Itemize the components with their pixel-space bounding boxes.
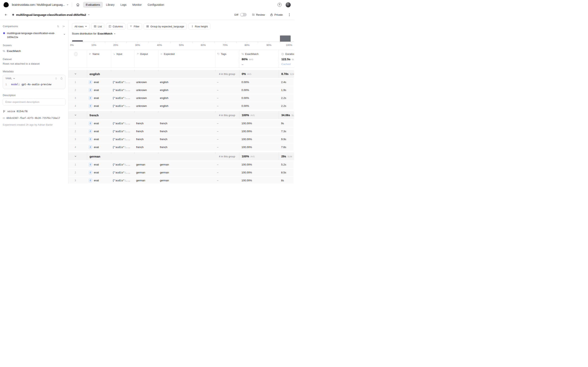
avatar[interactable] bbox=[285, 2, 291, 8]
scorer-item[interactable]: % ExactMatch bbox=[3, 50, 65, 52]
collapse-panel-icon[interactable] bbox=[63, 25, 65, 28]
row-tags: – bbox=[215, 146, 218, 149]
tab-monitor[interactable]: Monitor bbox=[130, 2, 144, 8]
axis-label: 0% bbox=[70, 44, 74, 47]
table-row[interactable]: 4 eval {"audio":... unknown english – 0.… bbox=[68, 102, 294, 109]
list-icon bbox=[94, 25, 97, 28]
table-row[interactable]: 3 eval {"audio":... unknown english – 0.… bbox=[68, 94, 294, 102]
title-dropdown[interactable] bbox=[88, 14, 90, 16]
comparison-dot-icon bbox=[3, 32, 5, 34]
row-score: 100.00% bbox=[239, 122, 252, 125]
columns-button[interactable]: Columns bbox=[106, 23, 125, 30]
group-header-row-english[interactable]: english 4 in this group 0%AVG 8.78sSUM bbox=[68, 70, 294, 78]
chevron-down-icon[interactable] bbox=[74, 155, 77, 158]
row-height-icon bbox=[191, 25, 194, 28]
axis-tick bbox=[138, 42, 138, 43]
score-distribution-header[interactable]: Score distribution for ExactMatch bbox=[72, 32, 294, 35]
group-header-row-german[interactable]: german 4 in this group 100%AVG 29sSUM bbox=[68, 152, 294, 160]
more-menu-button[interactable] bbox=[288, 12, 291, 17]
eval-chip bbox=[89, 80, 92, 84]
tab-library[interactable]: Library bbox=[103, 2, 117, 8]
table-row[interactable]: 3 eval {"audio":... german german – 100.… bbox=[68, 177, 294, 184]
diff-toggle[interactable] bbox=[240, 13, 247, 17]
axis-tick bbox=[247, 42, 247, 43]
row-height-button[interactable]: Row height bbox=[188, 23, 210, 30]
axis-tick bbox=[225, 42, 225, 43]
created-note: Experiment created 2h ago by Adrian Barb… bbox=[3, 123, 65, 126]
row-output: unknown bbox=[134, 97, 147, 100]
eval-chip bbox=[89, 179, 92, 182]
axis-tick bbox=[258, 42, 258, 43]
home-button[interactable] bbox=[75, 2, 81, 8]
row-height-label: Row height bbox=[195, 25, 208, 28]
comparison-dropdown[interactable] bbox=[63, 31, 65, 35]
git-branch-row[interactable]: voice 0154cf8 bbox=[3, 110, 65, 113]
column-header-input[interactable]: Input bbox=[111, 50, 134, 56]
table-row[interactable]: 2 eval {"audio":... german german – 100.… bbox=[68, 169, 294, 176]
table-row[interactable]: 1 eval {"audio":... french french – 100.… bbox=[68, 120, 294, 127]
description-input[interactable] bbox=[3, 98, 65, 105]
yaml-format-selector[interactable]: YAML bbox=[5, 77, 15, 80]
row-output: french bbox=[134, 138, 144, 141]
sort-arrows-icon[interactable] bbox=[57, 25, 59, 28]
lightning-icon bbox=[89, 89, 91, 91]
column-header-name[interactable]: Name bbox=[87, 50, 111, 56]
help-button[interactable]: ? bbox=[278, 3, 282, 7]
metadata-code-line[interactable]: 1 model: gpt-4o-audio-preview bbox=[5, 83, 63, 86]
row-input: {"audio":... bbox=[111, 122, 130, 125]
select-all-checkbox[interactable] bbox=[74, 52, 77, 56]
collapse-code-icon[interactable] bbox=[55, 77, 58, 80]
axis-label: 100% bbox=[286, 44, 292, 47]
group-header-row-french[interactable]: french 4 in this group 100%AVG 34.06sSUM bbox=[68, 111, 294, 119]
copy-icon[interactable] bbox=[60, 77, 63, 80]
column-header-output[interactable]: Output bbox=[135, 50, 158, 56]
experiment-header: multilingual-language-classification-eva… bbox=[0, 9, 294, 20]
column-header-duration[interactable]: Duration bbox=[279, 50, 294, 56]
row-name: eval bbox=[94, 130, 99, 133]
back-button[interactable] bbox=[3, 12, 9, 17]
row-input: {"audio":... bbox=[111, 81, 130, 84]
column-header-expected[interactable]: Expected bbox=[158, 50, 215, 56]
column-header-exactmatch[interactable]: % ExactMatch bbox=[239, 50, 279, 56]
row-expected: english bbox=[158, 104, 168, 107]
privacy-button[interactable]: Private bbox=[270, 13, 283, 16]
score-distribution-prefix: Score distribution for bbox=[72, 32, 97, 35]
chevron-down-icon[interactable] bbox=[74, 73, 77, 75]
row-score: 0.00% bbox=[239, 97, 249, 100]
table-row[interactable]: 2 eval {"audio":... french french – 100.… bbox=[68, 128, 294, 135]
filter-button[interactable]: Filter bbox=[127, 23, 142, 30]
group-name: french bbox=[87, 114, 99, 117]
table-row[interactable]: 4 eval {"audio":... french french – 100.… bbox=[68, 143, 294, 151]
table-row[interactable]: 2 eval {"audio":... unknown english – 0.… bbox=[68, 86, 294, 94]
row-score: 100.00% bbox=[239, 130, 252, 133]
project-selector[interactable]: braintrustdata.com / Multilingual Langua… bbox=[12, 3, 68, 6]
list-view-button[interactable]: List bbox=[91, 23, 104, 30]
tab-configuration[interactable]: Configuration bbox=[145, 2, 167, 8]
chevron-down-icon[interactable] bbox=[74, 114, 77, 116]
status-dot bbox=[12, 14, 14, 16]
axis-tick bbox=[192, 42, 193, 43]
review-button[interactable]: Review bbox=[252, 13, 265, 16]
row-score: 100.00% bbox=[239, 171, 252, 174]
menu-lines-icon bbox=[89, 53, 91, 55]
row-expected: french bbox=[158, 122, 167, 125]
group-by-button[interactable]: Group by expected_language bbox=[144, 23, 187, 30]
tab-logs[interactable]: Logs bbox=[118, 2, 129, 8]
eval-chip bbox=[89, 145, 92, 149]
table-row[interactable]: 3 eval {"audio":... french french – 100.… bbox=[68, 135, 294, 143]
tab-evaluations[interactable]: Evaluations bbox=[83, 2, 103, 8]
row-input: {"audio":... bbox=[111, 138, 130, 141]
comparison-item[interactable]: multilingual-language-classification-eva… bbox=[3, 31, 65, 39]
column-header-tags[interactable]: Tags bbox=[215, 50, 239, 56]
row-number: 4 bbox=[75, 146, 76, 149]
row-name: eval bbox=[94, 179, 99, 182]
filter-label: Filter bbox=[134, 25, 140, 28]
histogram-bar bbox=[72, 40, 83, 42]
chevron-down-icon bbox=[66, 4, 68, 6]
rows-filter-button[interactable]: All rows bbox=[72, 23, 90, 30]
table-row[interactable]: 1 eval {"audio":... german german – 100.… bbox=[68, 161, 294, 168]
group-count: 4 in this group bbox=[215, 73, 239, 75]
experiment-id-row[interactable]: ID 80dc6387-fbaf-42f3-9b20-735f6c718a17 bbox=[3, 117, 65, 119]
table-row[interactable]: 1 eval {"audio":... unknown english – 0.… bbox=[68, 78, 294, 86]
sidebar: Comparisons multilingual-language-classi… bbox=[0, 20, 68, 184]
